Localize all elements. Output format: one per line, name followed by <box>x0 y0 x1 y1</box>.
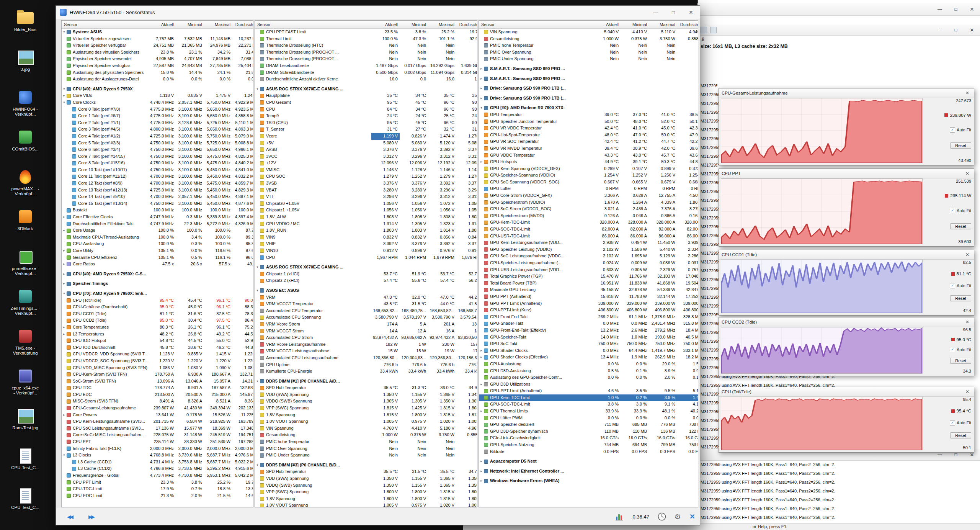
sensor-row[interactable]: 3VSB3.376 V3.376 V3.392 V3.377 V <box>255 180 477 187</box>
sensor-row[interactable]: ▸Drive: Samsung SSD 990 PRO 1TB (... <box>479 95 698 102</box>
sensor-row[interactable]: VHIF3.392 V3.376 V3.392 V3.377 V <box>255 240 477 247</box>
sensor-row[interactable]: GPU-Speicher-Junction-Temperatur50.0 °C4… <box>479 118 698 125</box>
settings-gear-icon[interactable]: ⚙ <box>675 512 681 521</box>
sensor-row[interactable]: CPU VDDIO / MC1.314 V1.305 V1.323 V1.314… <box>255 221 477 227</box>
sensor-row[interactable]: 1,0V VOUT Spannung1.005 V0.975 V1.020 V1… <box>255 502 477 507</box>
sensor-row[interactable]: GPU Lüfter PWM0.0 %0.0 %0.0 %0.0 % <box>479 415 698 422</box>
expand-arrow-icon[interactable]: ▸ <box>479 75 484 82</box>
sensor-row[interactable]: VPP (SWC) Spannung1.800 V1.800 V1.815 V1… <box>255 489 477 496</box>
desktop-icon[interactable]: prime95.exe - Verknüpf... <box>4 248 47 276</box>
graph-titlebar[interactable]: CPU-Gesamt-Leistungsaufnahme✕ <box>719 88 974 98</box>
hwinfo-titlebar[interactable]: HWiNFO64 v7.50-5150 - Sensorstatus — □ ✕ <box>56 6 700 19</box>
sensor-row[interactable]: L3 Cache (CCD2)4,766.6 MHz3,738.5 MHz5,3… <box>62 465 253 472</box>
expand-arrow-icon[interactable]: ▸ <box>62 412 67 419</box>
sensor-row[interactable]: Auslastung des virtuellen Speichers23.8 … <box>62 49 253 56</box>
column-header[interactable]: Maximal <box>649 21 677 28</box>
sensor-row[interactable]: Auslastung der Auslagerungs-Datei0.0 %0.… <box>62 76 253 83</box>
sensor-row[interactable]: PMIC Over SpannungNeinNeinNein <box>255 445 477 452</box>
column-header[interactable]: Minimal <box>400 21 428 28</box>
sensor-row[interactable]: SPD Hub Temperatur35.5 °C31.3 °C36.0 °C3… <box>255 384 477 391</box>
expand-arrow-icon[interactable]: ▸ <box>479 408 484 415</box>
sensor-row[interactable]: Durchschnittliche Anzahl aktiver Kerne16… <box>255 76 477 83</box>
reset-button[interactable]: Reset <box>950 295 971 301</box>
sensor-row[interactable]: PMIC Under SpannungNeinNeinNein <box>479 56 698 62</box>
sensor-row[interactable]: GPU Front End Takt269.2 MHz91.1 MHz1,378… <box>479 314 698 321</box>
sensor-row[interactable]: CPU PPT FAST Limit23.5 %3.8 %25.2 %19.7 … <box>255 29 477 36</box>
sensor-row[interactable]: GPU-Speicher dediziert711 MB685 MB776 MB… <box>479 421 698 428</box>
toolbar-icon[interactable] <box>710 27 717 33</box>
sensor-row[interactable]: Vcore1.199 V0.826 V1.474 V1.270 V <box>255 133 477 140</box>
expand-arrow-icon[interactable]: ▸ <box>62 261 67 268</box>
sensor-row[interactable]: GPU-PPT-Limit (Kurz)406.800 W406.800 W40… <box>479 307 698 314</box>
sensor-row[interactable]: ▾L3 Clocks4,768.8 MHz3,739.6 MHz5,687.7 … <box>62 452 253 459</box>
sensor-row[interactable]: ▸GPU Shader Clocks (Effective)13.4 MHz1.… <box>479 354 698 361</box>
expand-arrow-icon[interactable]: ▸ <box>479 65 484 72</box>
expand-arrow-icon[interactable]: ▸ <box>62 247 67 254</box>
sensor-row[interactable]: GPU-Speicher-Takt14.0 MHz1.0 MHz193.0 MH… <box>479 334 698 341</box>
sensor-row[interactable]: GPU-PPT-Limit (Anhaltend)339.000 W339.00… <box>479 300 698 307</box>
sensor-row[interactable]: GPU PPT (Anhaltend)15.618 W11.783 W32.14… <box>479 293 698 300</box>
sensor-row[interactable]: +5V5.080 V5.080 V5.120 V5.085 V <box>255 140 477 147</box>
sensor-row[interactable]: ▸L3 Temperatures48.2 °C26.8 °C49.2 °C44.… <box>62 331 253 338</box>
sensor-row[interactable]: Maximale CPU-/Thread-Auslastung100.0 %3.… <box>62 234 253 241</box>
sensor-row[interactable]: VPP (SWC) Spannung1.815 V1.425 V1.815 V1… <box>255 405 477 412</box>
sensor-row[interactable]: CPU Gesamt95 °C45 °C96 °C90 °C <box>255 99 477 106</box>
sensor-row[interactable]: VIN Spannung4.760 V4.410 V5.180 V4.967 V <box>255 425 477 432</box>
sensor-row[interactable]: T_Sensor31 °C27 °C32 °C31 °C <box>255 126 477 133</box>
autofit-checkbox[interactable]: ✓Auto Fit <box>950 208 971 213</box>
desktop-icon[interactable]: CPU-Test_C... <box>4 447 47 470</box>
maximize-icon[interactable]: □ <box>948 27 964 33</box>
sensor-row[interactable]: Thermische Drosselung (PROCHOT ...NeinNe… <box>255 49 477 56</box>
sensor-row[interactable]: CPU Uptime776.6 h776.6 h776.6 h776.6 h <box>255 362 477 368</box>
sensor-row[interactable]: ▸Aquacomputer D5 Next <box>479 458 698 465</box>
expand-arrow-icon[interactable]: ▾ <box>255 378 260 385</box>
sensor-row[interactable]: Physischer Speicher verfügbar27,587 MB24… <box>62 62 253 69</box>
expand-arrow-icon[interactable]: ▾ <box>62 99 67 106</box>
sensor-row[interactable]: Core 4 Takt (perf #1/2)4,725.0 MHz3,100.… <box>62 133 253 140</box>
sensor-row[interactable]: GPU-Kern-Spannung (VDDCR_GFX)0.289 V0.10… <box>479 165 698 172</box>
sensor-row[interactable]: AVSB3.376 V3.376 V3.392 V3.376 V <box>255 146 477 153</box>
sensor-row[interactable]: ▸S.M.A.R.T.: Samsung SSD 990 PRO ... <box>479 65 698 72</box>
sensor-row[interactable]: ▸S.M.A.R.T.: Samsung SSD 990 PRO ... <box>479 75 698 82</box>
sensor-row[interactable]: Accumulated CPU Leistungsaufnahme120,366… <box>255 355 477 362</box>
sensor-row[interactable]: Auslastung des GPU-Speicher-Contr...0.0 … <box>479 374 698 381</box>
sensor-row[interactable]: GPU SoC Spannung (VDDCR_SOC)0.667 V0.665… <box>479 179 698 186</box>
sensor-row[interactable]: VDD (SWA) Spannung1.350 V1.155 V1.365 V1… <box>255 391 477 398</box>
column-header[interactable]: Durchschnitt <box>677 21 698 28</box>
column-header[interactable]: Aktuell <box>147 21 176 28</box>
sensor-row[interactable]: VRM Vcore Strom174 A5 A201 A133 A <box>255 321 477 328</box>
sensor-row[interactable]: GPU D3D-Speicher dynamisch110 MB110 MB13… <box>479 428 698 435</box>
column-header[interactable]: Sensor <box>255 21 371 28</box>
expand-arrow-icon[interactable]: ▾ <box>62 290 67 297</box>
close-icon[interactable]: ✕ <box>964 7 980 12</box>
sensor-row[interactable]: GPU-USR-Leistungsaufnahme (VDD...0.603 W… <box>479 267 698 273</box>
expand-arrow-icon[interactable]: ▸ <box>62 324 67 331</box>
expand-arrow-icon[interactable]: ▸ <box>479 354 484 361</box>
sensor-row[interactable]: VIN100.912 V0.896 V0.976 V0.914 V <box>255 247 477 254</box>
sensor-row[interactable]: ▾ASUS ROG STRIX X670E-E GAMING ... <box>255 86 477 93</box>
sensor-row[interactable]: ▸Core Effective Clocks4,747.9 MHz0.3 MHz… <box>62 214 253 221</box>
graph-titlebar[interactable]: CPU CCD2 (Tdie)✕ <box>719 317 974 327</box>
sensor-row[interactable]: CPU-IOD-Durchschnitt45.8 °C38.6 °C46.2 °… <box>62 344 253 351</box>
sensor-row[interactable]: GPU VR MVDD Temperatur39.4 °C38.9 °C42.0… <box>479 145 698 152</box>
sensor-row[interactable]: Chipsatz 2 (xHCI)57.4 °C55.6 °C57.4 °C56… <box>255 277 477 284</box>
sensor-row[interactable]: CPU (Tctl/Tdie)95.4 °C45.4 °C96.1 °C90.0… <box>62 297 253 304</box>
sensor-row[interactable]: CPU VDD_MISC Spannung (SVI3 TFN)1.086 V1… <box>62 365 253 371</box>
autofit-checkbox[interactable]: ✓Auto Fit <box>950 420 971 425</box>
sensor-row[interactable]: Core 13 Takt (perf #12/13)4,725.0 MHz3,1… <box>62 187 253 194</box>
sensor-row[interactable]: ▾ASUS ROG STRIX X670E-E GAMING ... <box>255 264 477 271</box>
sensor-row[interactable]: PMIC hohe TemperaturNeinNeinNein <box>479 42 698 49</box>
column-header[interactable]: Durchschnitt <box>232 21 253 28</box>
toolbar-icon[interactable] <box>701 27 707 33</box>
desktop-icon[interactable]: powerMAX... - Verknüpf... <box>4 168 47 196</box>
sensor-row[interactable]: CPU-Gesamt-Leistungsaufnahme239.807 W41.… <box>62 405 253 412</box>
sensor-row[interactable]: Core 11 Takt (perf #11/12)4,700.0 MHz3,1… <box>62 173 253 180</box>
sensor-row[interactable]: CPU-Gehäuse (Durchschnitt)95.0 °C45.0 °C… <box>62 304 253 311</box>
sensor-row[interactable]: GPU Lüfter0 RPM0 RPM0 RPM0 RPM <box>479 185 698 192</box>
sensor-row[interactable]: GPU-SOC-TDC-Limit3.8 %3.0 %9.1 %4.1 % <box>479 401 698 408</box>
sensor-row[interactable]: VMISC1.146 V1.128 V1.146 V1.143 V <box>255 167 477 173</box>
sensor-row[interactable]: GPU-Hot-Spot-Temperatur48.0 °C47.0 °C50.… <box>479 132 698 139</box>
sensor-row[interactable]: Gesamtleistung1.000 W0.375 W3.750 W0.858… <box>479 36 698 43</box>
sensor-row[interactable]: Core 5 Takt (perf #2/3)4,750.0 MHz3,100.… <box>62 140 253 147</box>
sensor-row[interactable]: ▸Speicher-Timings <box>62 280 253 287</box>
